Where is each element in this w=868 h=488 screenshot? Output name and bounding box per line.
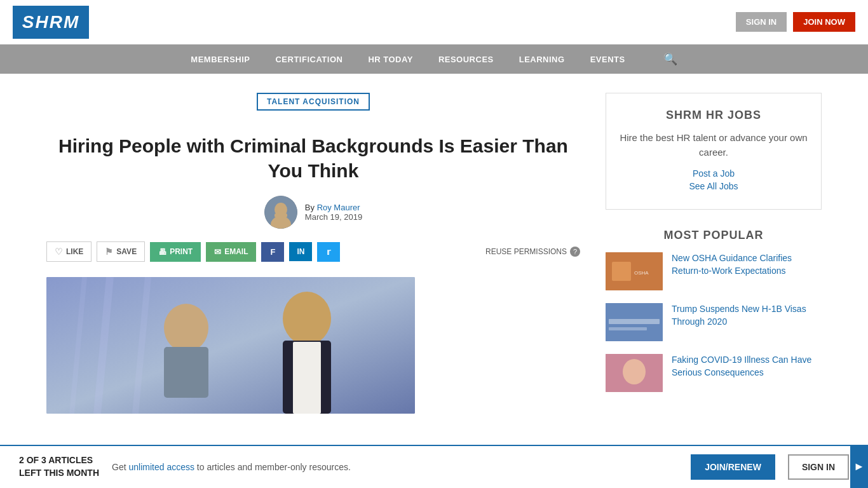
unlimited-access-link[interactable]: unlimited access — [128, 462, 194, 472]
popular-text-1[interactable]: New OSHA Guidance Clarifies Return-to-Wo… — [672, 252, 822, 277]
nav-membership[interactable]: MEMBERSHIP — [191, 55, 250, 64]
popular-item-2[interactable]: Trump Suspends New H-1B Visas Through 20… — [606, 303, 822, 341]
most-popular-title: MOST POPULAR — [606, 229, 822, 242]
svg-rect-18 — [609, 327, 647, 330]
popular-thumb-1: OSHA — [606, 252, 663, 290]
linkedin-icon: in — [297, 247, 304, 256]
svg-text:OSHA: OSHA — [634, 270, 649, 276]
logo[interactable]: SHRM — [13, 6, 89, 39]
article-title: Hiring People with Criminal Backgrounds … — [46, 133, 580, 183]
facebook-button[interactable]: f — [261, 242, 284, 262]
svg-point-5 — [164, 304, 208, 352]
reuse-permissions[interactable]: REUSE PERMISSIONS ? — [485, 247, 580, 257]
article-date: March 19, 2019 — [305, 212, 362, 222]
signin-button[interactable]: SIGN IN — [736, 12, 787, 32]
author-row: By Roy Maurer March 19, 2019 — [46, 196, 580, 229]
banner-close-arrow[interactable]: ► — [850, 445, 868, 488]
action-bar: ♡ LIKE ⚑ SAVE 🖶 PRINT ✉ EMAIL f in — [46, 241, 580, 262]
nav-learning[interactable]: LEARNING — [519, 55, 565, 64]
article-image — [46, 277, 415, 414]
post-job-link[interactable]: Post a Job — [619, 168, 808, 179]
author-name-link[interactable]: Roy Maurer — [317, 203, 360, 212]
print-button[interactable]: 🖶 PRINT — [150, 242, 201, 262]
nav-certification[interactable]: CERTIFICATION — [275, 55, 342, 64]
author-prefix: By Roy Maurer — [305, 203, 362, 212]
help-icon: ? — [570, 247, 580, 257]
bottom-banner: 2 OF 3 ARTICLES LEFT THIS MONTH Get unli… — [0, 445, 868, 488]
bookmark-icon: ⚑ — [105, 247, 113, 257]
svg-rect-17 — [609, 319, 660, 324]
content-wrapper: TALENT ACQUISITION Hiring People with Cr… — [34, 74, 834, 414]
linkedin-button[interactable]: in — [289, 242, 312, 261]
like-button[interactable]: ♡ LIKE — [46, 241, 92, 262]
facebook-icon: f — [271, 247, 276, 257]
popular-thumb-2 — [606, 303, 663, 341]
heart-icon: ♡ — [55, 247, 63, 257]
twitter-icon: 𝕣 — [327, 247, 330, 257]
popular-text-3[interactable]: Faking COVID-19 Illness Can Have Serious… — [672, 354, 822, 379]
save-button[interactable]: ⚑ SAVE — [97, 241, 145, 262]
thumb-image-1: OSHA — [606, 252, 663, 290]
signin-banner-button[interactable]: SIGN IN — [788, 454, 849, 480]
joinnow-button[interactable]: JOIN NOW — [793, 12, 855, 32]
svg-rect-3 — [275, 214, 287, 217]
banner-text: Get unlimited access to articles and mem… — [112, 462, 678, 472]
svg-rect-6 — [164, 347, 208, 398]
most-popular-section: MOST POPULAR OSHA New OSHA Guidance Clar… — [606, 229, 822, 392]
popular-item-1[interactable]: OSHA New OSHA Guidance Clarifies Return-… — [606, 252, 822, 290]
author-avatar — [264, 196, 297, 229]
thumb-image-2 — [606, 303, 663, 341]
popular-text-2[interactable]: Trump Suspends New H-1B Visas Through 20… — [672, 303, 822, 328]
svg-rect-9 — [293, 342, 321, 414]
main-nav: MEMBERSHIP CERTIFICATION HR TODAY RESOUR… — [0, 44, 868, 74]
logo-box: SHRM — [13, 6, 89, 39]
thumb-image-3 — [606, 354, 663, 392]
email-button[interactable]: ✉ EMAIL — [206, 242, 256, 262]
author-info: By Roy Maurer March 19, 2019 — [305, 203, 362, 222]
page-header: SHRM SIGN IN JOIN NOW — [0, 0, 868, 44]
printer-icon: 🖶 — [158, 247, 166, 257]
nav-events[interactable]: EVENTS — [590, 55, 625, 64]
popular-item-3[interactable]: Faking COVID-19 Illness Can Have Serious… — [606, 354, 822, 392]
nav-items: MEMBERSHIP CERTIFICATION HR TODAY RESOUR… — [165, 52, 703, 66]
svg-point-20 — [623, 359, 646, 384]
svg-point-7 — [283, 292, 331, 345]
nav-hrtoday[interactable]: HR TODAY — [368, 55, 412, 64]
twitter-button[interactable]: 𝕣 — [317, 242, 340, 262]
email-icon: ✉ — [214, 247, 221, 257]
hr-jobs-box: SHRM HR JOBS Hire the best HR talent or … — [606, 93, 822, 210]
article-area: TALENT ACQUISITION Hiring People with Cr… — [46, 93, 580, 414]
svg-rect-14 — [612, 262, 631, 281]
nav-resources[interactable]: RESOURCES — [438, 55, 494, 64]
sidebar: SHRM HR JOBS Hire the best HR talent or … — [606, 93, 822, 414]
article-photo — [46, 277, 415, 414]
hr-jobs-desc: Hire the best HR talent or advance your … — [619, 131, 808, 159]
banner-article-count: 2 OF 3 ARTICLES LEFT THIS MONTH — [19, 454, 99, 479]
author-avatar-img — [264, 196, 297, 229]
joinrenew-button[interactable]: JOIN/RENEW — [691, 454, 775, 480]
logo-text: SHRM — [22, 12, 79, 32]
hr-jobs-title: SHRM HR JOBS — [619, 109, 808, 122]
see-all-jobs-link[interactable]: See All Jobs — [619, 181, 808, 191]
category-tag[interactable]: TALENT ACQUISITION — [257, 93, 370, 111]
header-actions: SIGN IN JOIN NOW — [736, 12, 855, 32]
popular-thumb-3 — [606, 354, 663, 392]
search-icon[interactable]: 🔍 — [663, 52, 677, 66]
chevron-right-icon: ► — [853, 460, 865, 473]
